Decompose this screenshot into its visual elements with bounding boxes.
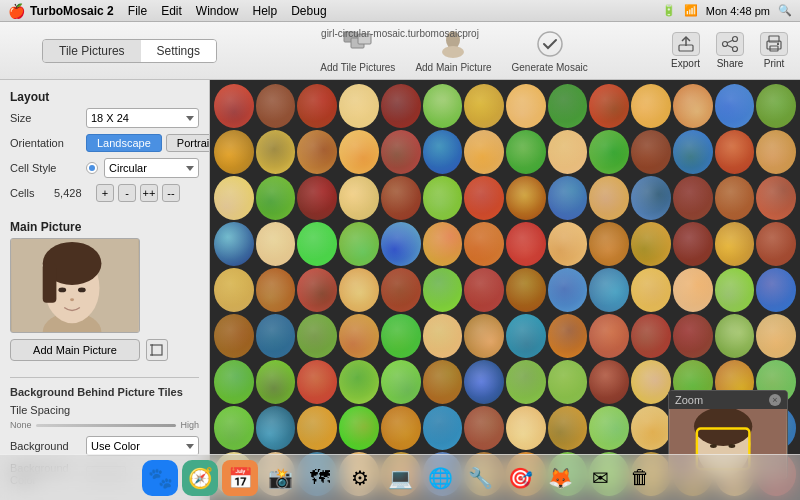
cell-style-label: Cell Style	[10, 162, 80, 174]
mosaic-cell	[756, 268, 796, 312]
mosaic-cell	[506, 360, 546, 404]
mosaic-cell	[756, 84, 796, 128]
mosaic-cell	[297, 406, 337, 450]
dock-mail[interactable]: ✉	[582, 460, 618, 496]
cells-label: Cells	[10, 187, 50, 199]
dock-safari[interactable]: 🧭	[182, 460, 218, 496]
mosaic-cell	[256, 406, 296, 450]
size-row: Size 18 X 24	[10, 108, 199, 128]
dock-firefox[interactable]: 🦊	[542, 460, 578, 496]
project-title: girl-circular-mosaic.turbomosaicproj	[321, 28, 479, 39]
mosaic-cell	[506, 176, 546, 220]
svg-point-32	[728, 444, 735, 448]
wifi-icon: 📶	[684, 4, 698, 17]
tile-spacing-slider[interactable]	[36, 418, 177, 432]
add-main-picture-button[interactable]: Add Main Picture	[10, 339, 140, 361]
cells-decrement-more-button[interactable]: --	[162, 184, 180, 202]
zoom-label: Zoom	[675, 394, 703, 406]
mosaic-cell	[214, 268, 254, 312]
layout-title: Layout	[10, 90, 199, 104]
landscape-button[interactable]: Landscape	[86, 134, 162, 152]
menu-edit[interactable]: Edit	[161, 4, 182, 18]
cells-row: Cells 5,428 + - ++ --	[10, 184, 199, 202]
mosaic-cell	[589, 130, 629, 174]
mosaic-cell	[339, 314, 379, 358]
mosaic-cell	[381, 130, 421, 174]
share-button[interactable]: Share	[716, 32, 744, 69]
mosaic-cell	[256, 314, 296, 358]
generate-mosaic-action[interactable]: Generate Mosaic	[512, 28, 588, 73]
mosaic-cell	[339, 268, 379, 312]
mosaic-cell	[548, 360, 588, 404]
dock-photos[interactable]: 📸	[262, 460, 298, 496]
magnifier-icon[interactable]: 🔍	[778, 4, 792, 17]
dock-app2[interactable]: 🎯	[502, 460, 538, 496]
mosaic-cell	[381, 84, 421, 128]
cell-style-radio[interactable]	[86, 162, 98, 174]
add-main-picture-button-label: Add Main Picture	[33, 344, 117, 356]
mosaic-cell	[631, 84, 671, 128]
cells-decrement-button[interactable]: -	[118, 184, 136, 202]
app-name: 🍎 TurboMosaic 2	[8, 3, 114, 19]
size-select[interactable]: 18 X 24	[86, 108, 199, 128]
mosaic-cell	[256, 84, 296, 128]
menu-help[interactable]: Help	[253, 4, 278, 18]
crop-button[interactable]	[146, 339, 168, 361]
mosaic-cell	[297, 268, 337, 312]
print-button[interactable]: Print	[760, 32, 788, 69]
zoom-close-button[interactable]: ×	[769, 394, 781, 406]
mosaic-cell	[506, 268, 546, 312]
portrait-button[interactable]: Portrait	[166, 134, 210, 152]
svg-rect-16	[777, 43, 779, 45]
cell-style-select[interactable]: Circular	[104, 158, 199, 178]
dock-settings[interactable]: ⚙	[342, 460, 378, 496]
mosaic-cell	[506, 84, 546, 128]
mosaic-cell	[631, 222, 671, 266]
tab-settings[interactable]: Settings	[141, 40, 216, 62]
mosaic-cell	[256, 360, 296, 404]
mosaic-cell	[214, 406, 254, 450]
dock-maps[interactable]: 🗺	[302, 460, 338, 496]
mosaic-cell	[756, 130, 796, 174]
mosaic-cell	[673, 176, 713, 220]
mosaic-cell	[297, 314, 337, 358]
menu-debug[interactable]: Debug	[291, 4, 326, 18]
menu-window[interactable]: Window	[196, 4, 239, 18]
background-select[interactable]: Use Color	[86, 436, 199, 456]
menu-file[interactable]: File	[128, 4, 147, 18]
mosaic-cell	[506, 406, 546, 450]
dock-finder[interactable]: 🐾	[142, 460, 178, 496]
dock-chrome[interactable]: 🌐	[422, 460, 458, 496]
generate-mosaic-icon	[534, 28, 566, 60]
svg-point-23	[78, 287, 86, 292]
mosaic-cell	[381, 314, 421, 358]
app-window: Tile Pictures Settings Add Tile Pictures	[0, 22, 800, 500]
mosaic-cell	[506, 314, 546, 358]
cells-increment-button[interactable]: +	[96, 184, 114, 202]
mosaic-cell	[715, 84, 755, 128]
mosaic-cell	[214, 360, 254, 404]
mosaic-cell	[381, 268, 421, 312]
export-button[interactable]: Export	[671, 32, 700, 69]
mosaic-cell	[339, 84, 379, 128]
add-main-picture-label: Add Main Picture	[415, 62, 491, 73]
svg-point-22	[58, 287, 66, 292]
spacing-none-label: None	[10, 420, 32, 430]
orientation-row: Orientation Landscape Portrait	[10, 134, 199, 152]
dock-app1[interactable]: 🔧	[462, 460, 498, 496]
mosaic-cell	[506, 222, 546, 266]
mosaic-cell	[297, 130, 337, 174]
mosaic-cell	[464, 130, 504, 174]
mosaic-cell	[423, 130, 463, 174]
dock-trash[interactable]: 🗑	[622, 460, 658, 496]
mosaic-cell	[464, 84, 504, 128]
cells-increment-more-button[interactable]: ++	[140, 184, 158, 202]
svg-point-10	[733, 47, 738, 52]
dock-terminal[interactable]: 💻	[382, 460, 418, 496]
mosaic-cell	[589, 314, 629, 358]
background-row: Background Use Color	[10, 436, 199, 456]
dock-calendar[interactable]: 📅	[222, 460, 258, 496]
mosaic-cell	[715, 314, 755, 358]
tab-tile-pictures[interactable]: Tile Pictures	[43, 40, 141, 62]
svg-point-4	[442, 46, 464, 58]
